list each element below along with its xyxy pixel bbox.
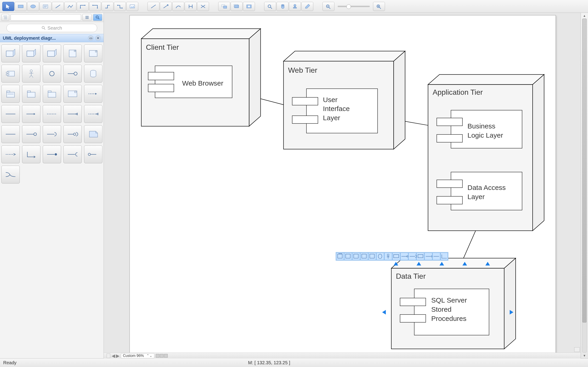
stamp-tool-button[interactable] [289,2,301,11]
connector-tool-3-button[interactable] [102,2,113,11]
arrow-1-button[interactable] [147,2,159,11]
node-data-tier[interactable]: Data Tier SQL Server Stored Procedures S… [391,258,516,349]
canvas-area[interactable]: Client Tier Web Browser Web Tier User In… [104,13,581,358]
palette-detach-button[interactable]: ▭ [88,35,94,41]
ellipse-tool-button[interactable] [27,2,39,11]
arrow-5-button[interactable] [197,2,209,11]
palette-artifact[interactable] [63,44,82,62]
palette-close-button[interactable]: ✕ [95,35,101,41]
insert-image-button[interactable] [126,2,138,11]
corner-grip[interactable] [574,347,580,352]
search-row: Search [0,22,104,34]
palette-right-angle[interactable] [22,145,40,163]
svg-line-14 [151,5,156,8]
palette-socket-end[interactable] [63,145,82,163]
layer-1-button[interactable] [218,2,230,11]
palette-node-3d-3[interactable] [43,44,61,62]
zoom-slider[interactable] [338,6,370,7]
floating-context-toolbar[interactable] [336,252,448,261]
svg-rect-71 [7,92,15,97]
palette-assoc-line[interactable] [1,105,20,123]
scroll-down-icon[interactable]: ▼ [581,353,588,358]
web-tier-title: Web Tier [288,66,317,74]
zoom-in-button[interactable] [373,2,385,11]
pan-tool-button[interactable] [277,2,288,11]
palette-node-3d[interactable] [1,44,20,62]
canvas-page[interactable]: Client Tier Web Browser Web Tier User In… [130,15,556,358]
svg-rect-59 [8,71,15,76]
text-tool-button[interactable] [40,2,52,11]
palette-line-socket[interactable] [43,125,61,143]
palette-package-1[interactable] [1,85,20,103]
palette-package-2[interactable] [22,85,40,103]
palette-node-3d-2[interactable] [22,44,40,62]
palette-database[interactable] [84,65,103,83]
outline-tree-button[interactable] [1,14,9,21]
palette-ball-end[interactable] [43,145,61,163]
page-next-button[interactable]: ▶ [116,353,120,359]
palette-assoc-arrow[interactable] [22,105,40,123]
node-web-tier[interactable]: Web Tier User Interface Layer User Inter… [284,51,405,149]
palette-interface[interactable] [43,65,61,83]
svg-rect-103 [148,72,174,80]
palette-note[interactable] [84,125,103,143]
svg-rect-136 [400,315,426,322]
gutter-handle[interactable] [107,353,110,358]
svg-point-25 [248,6,250,7]
toolbar-group-tools [2,2,138,11]
left-panel: Search UML deployment diagr... ▭ ✕ [0,13,104,358]
arrow-3-button[interactable] [172,2,184,11]
palette-component-box[interactable] [84,44,103,62]
zoom-select[interactable]: Custom 96% ⌃⌄ [121,353,154,358]
palette-gen-open-dash[interactable] [84,105,103,123]
edit-tool-button[interactable] [301,2,313,11]
outline-filter-input[interactable] [10,14,81,21]
page-prev-button[interactable]: ◀ [112,353,115,359]
svg-rect-79 [75,91,76,93]
outline-search-tab[interactable] [93,14,102,21]
palette-component[interactable] [1,65,20,83]
polyline-tool-button[interactable] [64,2,76,11]
search-input[interactable]: Search [6,24,97,32]
node-app-tier[interactable]: Application Tier Business Logic Layer Bu… [428,75,544,231]
scroll-thumb[interactable] [582,19,587,323]
palette-lollipop[interactable] [63,65,82,83]
palette-line-circle[interactable] [22,125,40,143]
svg-rect-76 [48,92,56,97]
palette-gen-open[interactable] [63,105,82,123]
palette-frame[interactable] [63,85,82,103]
palette-merge[interactable] [1,166,20,184]
palette-actor[interactable] [22,65,40,83]
svg-rect-154 [344,253,352,260]
pointer-tool-button[interactable] [2,2,14,11]
arrow-4-button[interactable] [185,2,197,11]
svg-rect-157 [368,253,376,260]
rectangle-tool-button[interactable] [15,2,27,11]
svg-rect-74 [27,92,35,97]
connector-tool-1-button[interactable] [77,2,89,11]
palette-line-simple[interactable] [1,125,20,143]
palette-dep-dashed[interactable] [84,85,103,103]
line-tool-button[interactable] [52,2,64,11]
palette-header[interactable]: UML deployment diagr... ▭ ✕ [0,34,104,42]
connector-tool-4-button[interactable] [114,2,126,11]
svg-point-44 [96,16,98,18]
palette-dash-arrow-open[interactable] [1,145,20,163]
layer-2-button[interactable] [231,2,242,11]
palette-package-3[interactable] [43,85,61,103]
svg-point-46 [42,26,44,29]
arrow-2-button[interactable] [160,2,172,11]
page-thumbs[interactable] [156,354,168,358]
connector-tool-2-button[interactable] [89,2,101,11]
scroll-up-icon[interactable]: ▲ [581,13,588,18]
layer-3-button[interactable] [243,2,255,11]
vertical-scrollbar[interactable]: ▲ ▼ [581,13,588,358]
node-client-tier[interactable]: Client Tier Web Browser [141,29,260,126]
palette-dep-line[interactable] [43,105,61,123]
svg-marker-49 [6,51,13,56]
zoom-tool-button[interactable] [264,2,276,11]
zoom-out-button[interactable] [322,2,334,11]
outline-list-tab[interactable] [82,14,92,21]
palette-ball-only[interactable] [84,145,103,163]
palette-line-ball-socket[interactable] [63,125,82,143]
